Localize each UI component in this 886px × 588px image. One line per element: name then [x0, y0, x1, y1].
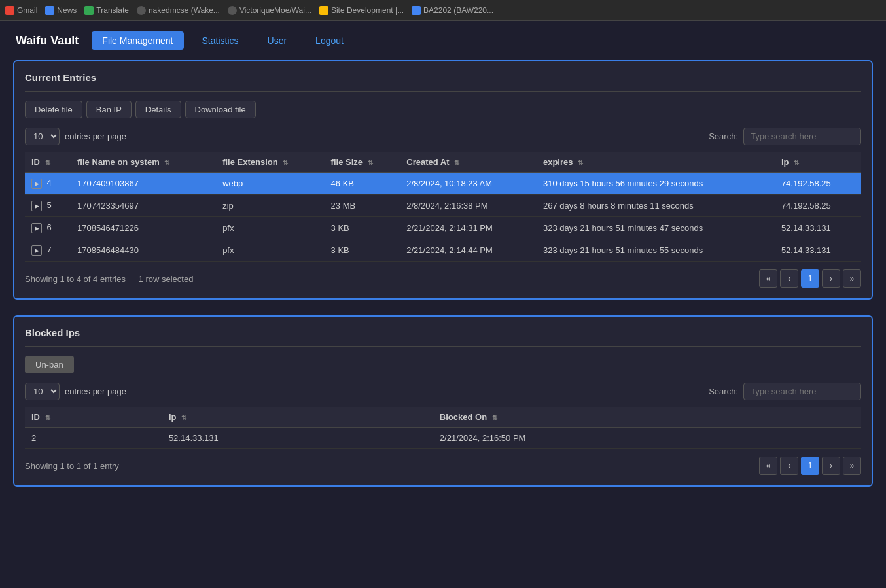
- entries-showing-text: Showing 1 to 4 of 4 entries 1 row select…: [25, 274, 193, 284]
- blocked-page-next[interactable]: ›: [822, 457, 840, 475]
- github2-icon: [228, 6, 237, 15]
- entries-table-body: ▶ 41707409103867webp46 KB2/8/2024, 10:18…: [25, 173, 861, 262]
- col-extension[interactable]: file Extension ⇅: [216, 152, 324, 173]
- table-row[interactable]: ▶ 41707409103867webp46 KB2/8/2024, 10:18…: [25, 173, 861, 195]
- list-item[interactable]: 252.14.33.1312/21/2024, 2:16:50 PM: [25, 428, 861, 449]
- blocked-col-ip[interactable]: ip ⇅: [162, 407, 433, 428]
- blocked-table-head: ID ⇅ ip ⇅ Blocked On ⇅: [25, 407, 861, 428]
- unban-button[interactable]: Un-ban: [25, 356, 74, 373]
- tab-news[interactable]: News: [45, 6, 77, 15]
- entries-per-page-select[interactable]: 10 25 50: [25, 128, 60, 145]
- blocked-per-page-label: entries per page: [65, 387, 126, 396]
- expand-row-button[interactable]: ▶: [31, 245, 42, 256]
- entries-per-page-control: 10 25 50 entries per page: [25, 128, 126, 145]
- col-id[interactable]: ID ⇅: [25, 152, 71, 173]
- tab-victoriquemoe[interactable]: VictoriqueMoe/Wai...: [228, 6, 311, 15]
- blocked-table-controls: 10 25 50 entries per page Search:: [25, 383, 861, 400]
- blocked-pagination: « ‹ 1 › »: [759, 457, 861, 475]
- entries-toolbar: Delete file Ban IP Details Download file: [25, 101, 861, 118]
- entries-header-row: ID ⇅ file Name on system ⇅ file Extensio…: [25, 152, 861, 173]
- col-created[interactable]: Created At ⇅: [400, 152, 537, 173]
- blocked-table-body: 252.14.33.1312/21/2024, 2:16:50 PM: [25, 428, 861, 449]
- sort-blocked-on-icon: ⇅: [492, 414, 497, 421]
- blocked-page-prev[interactable]: ‹: [780, 457, 798, 475]
- entries-pagination: « ‹ 1 › »: [759, 269, 861, 288]
- sort-created-icon: ⇅: [454, 159, 459, 166]
- table-row[interactable]: ▶ 71708546484430pfx3 KB2/21/2024, 2:14:4…: [25, 239, 861, 262]
- blocked-page-last[interactable]: »: [843, 457, 861, 475]
- blocked-entries-per-page: 10 25 50 entries per page: [25, 383, 126, 400]
- entries-page-first[interactable]: «: [759, 269, 777, 288]
- github-icon: [137, 6, 146, 15]
- col-ip[interactable]: ip ⇅: [775, 152, 861, 173]
- nav-file-management[interactable]: File Management: [92, 31, 183, 50]
- ip-cell: 52.14.33.131: [775, 239, 861, 262]
- entries-table-controls: 10 25 50 entries per page Search:: [25, 128, 861, 145]
- table-row[interactable]: ▶ 61708546471226pfx3 KB2/21/2024, 2:14:3…: [25, 217, 861, 239]
- table-row[interactable]: ▶ 51707423354697zip23 MB2/8/2024, 2:16:3…: [25, 195, 861, 217]
- ba2202-icon: [412, 6, 421, 15]
- sort-ip-icon: ⇅: [794, 159, 799, 166]
- entries-table: ID ⇅ file Name on system ⇅ file Extensio…: [25, 152, 861, 262]
- blocked-search-input[interactable]: [743, 383, 861, 400]
- tab-site-dev[interactable]: Site Development |...: [319, 6, 404, 15]
- blocked-showing: Showing 1 to 1 of 1 entry: [25, 461, 119, 471]
- nav-statistics[interactable]: Statistics: [192, 31, 249, 50]
- entries-search-label: Search:: [709, 131, 738, 141]
- entries-page-1[interactable]: 1: [801, 269, 819, 288]
- tab-translate[interactable]: Translate: [84, 6, 129, 15]
- brand-title: Waifu Vault: [16, 34, 79, 48]
- entries-page-next[interactable]: ›: [822, 269, 840, 288]
- browser-tab-bar: Gmail News Translate nakedmcse (Wake... …: [0, 0, 886, 21]
- entries-search-area: Search:: [709, 128, 861, 145]
- translate-icon: [84, 6, 94, 15]
- sort-bid-icon: ⇅: [45, 414, 50, 421]
- sort-ext-icon: ⇅: [283, 159, 288, 166]
- ip-cell: 74.192.58.25: [775, 173, 861, 195]
- sort-expires-icon: ⇅: [578, 159, 583, 166]
- entries-row-selected: 1 row selected: [139, 274, 194, 284]
- entries-per-page-label: entries per page: [65, 131, 126, 141]
- ip-cell: 74.192.58.25: [775, 195, 861, 217]
- sort-filename-icon: ⇅: [164, 159, 169, 166]
- delete-file-button[interactable]: Delete file: [25, 101, 82, 118]
- entries-page-prev[interactable]: ‹: [780, 269, 798, 288]
- blocked-table: ID ⇅ ip ⇅ Blocked On ⇅ 252.14.33.1312/21…: [25, 407, 861, 449]
- download-file-button[interactable]: Download file: [185, 101, 256, 118]
- sort-size-icon: ⇅: [368, 159, 373, 166]
- tab-ba2202[interactable]: BA2202 (BAW220...: [412, 6, 493, 15]
- current-entries-title: Current Entries: [25, 72, 861, 92]
- col-size[interactable]: file Size ⇅: [325, 152, 400, 173]
- sort-id-icon: ⇅: [45, 159, 50, 166]
- col-expires[interactable]: expires ⇅: [537, 152, 775, 173]
- sort-bip-icon: ⇅: [181, 414, 186, 421]
- blocked-pagination-row: Showing 1 to 1 of 1 entry « ‹ 1 › »: [25, 457, 861, 475]
- blocked-page-first[interactable]: «: [759, 457, 777, 475]
- news-icon: [45, 6, 54, 15]
- entries-page-last[interactable]: »: [843, 269, 861, 288]
- expand-row-button[interactable]: ▶: [31, 179, 42, 189]
- blocked-col-blocked-on[interactable]: Blocked On ⇅: [433, 407, 861, 428]
- blocked-search-label: Search:: [709, 387, 738, 396]
- blocked-ips-panel: Blocked Ips Un-ban 10 25 50 entries per …: [13, 315, 873, 487]
- blocked-per-page-select[interactable]: 10 25 50: [25, 383, 60, 400]
- col-filename[interactable]: file Name on system ⇅: [71, 152, 216, 173]
- nav-user[interactable]: User: [257, 31, 298, 50]
- tab-nakedmcse[interactable]: nakedmcse (Wake...: [137, 6, 220, 15]
- gmail-icon: [5, 6, 14, 15]
- entries-table-head: ID ⇅ file Name on system ⇅ file Extensio…: [25, 152, 861, 173]
- entries-showing: Showing 1 to 4 of 4 entries: [25, 274, 126, 284]
- details-button[interactable]: Details: [135, 101, 181, 118]
- blocked-header-row: ID ⇅ ip ⇅ Blocked On ⇅: [25, 407, 861, 428]
- blocked-search-area: Search:: [709, 383, 861, 400]
- current-entries-panel: Current Entries Delete file Ban IP Detai…: [13, 60, 873, 300]
- nav-logout[interactable]: Logout: [305, 31, 354, 50]
- expand-row-button[interactable]: ▶: [31, 223, 42, 233]
- blocked-ips-title: Blocked Ips: [25, 327, 861, 347]
- expand-row-button[interactable]: ▶: [31, 201, 42, 211]
- entries-search-input[interactable]: [743, 128, 861, 145]
- blocked-page-1[interactable]: 1: [801, 457, 819, 475]
- blocked-col-id[interactable]: ID ⇅: [25, 407, 162, 428]
- ban-ip-button[interactable]: Ban IP: [86, 101, 132, 118]
- tab-gmail[interactable]: Gmail: [5, 6, 37, 15]
